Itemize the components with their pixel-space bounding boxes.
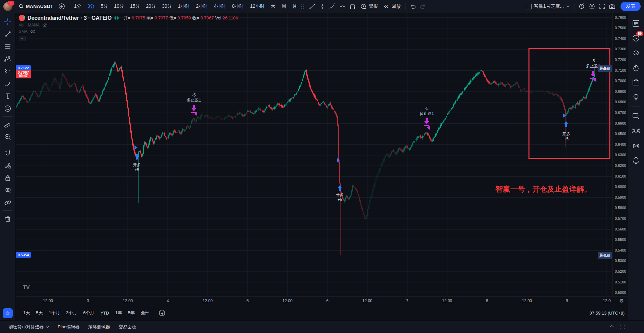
measure-tool[interactable] (2, 119, 13, 130)
price-axis[interactable]: 0.76000.75000.74000.73000.72000.71000.70… (612, 13, 628, 296)
indicator-volume-row[interactable]: Vol · MANA (19, 23, 238, 27)
quick-search-icon (579, 3, 585, 10)
emoji-tool[interactable] (2, 103, 13, 114)
range-3个月[interactable]: 3个月 (63, 309, 80, 317)
compare-add-button[interactable] (57, 1, 67, 11)
interval-1小时[interactable]: 1小时 (175, 1, 193, 11)
panel-expand-icon[interactable] (610, 325, 614, 327)
drag-handle-icon[interactable] (301, 4, 305, 9)
range-1年[interactable]: 1年 (112, 309, 125, 317)
horizontal-line-tool-button[interactable] (337, 1, 347, 11)
range-全部[interactable]: 全部 (138, 309, 153, 317)
tab-Pine编辑器[interactable]: Pine编辑器 (58, 324, 79, 330)
chat-button[interactable] (630, 110, 642, 122)
arrow-tool-button[interactable] (307, 1, 317, 11)
interval-天[interactable]: 天 (268, 1, 278, 11)
eye-hidden-icon[interactable] (30, 29, 36, 34)
vertical-line-tool-button[interactable] (317, 1, 327, 11)
redo-button[interactable] (418, 1, 428, 11)
price-chart[interactable]: 开多+5-5多止盈1开多+5-5多止盈1开多+5-5多止盈1智赢一号，开仓及止盈… (15, 13, 628, 296)
alerts-button[interactable]: 59 (630, 32, 642, 44)
clock-timezone[interactable]: 07:59:13 (UTC+8) (590, 311, 625, 316)
pattern-tool[interactable] (2, 53, 13, 65)
take-profit-marker: -5多止盈1 (187, 93, 201, 116)
drawing-lock-tool[interactable] (2, 160, 13, 171)
ideas-button[interactable] (630, 91, 642, 103)
axis-settings-gear-icon[interactable]: ⚙ (620, 298, 624, 304)
fib-retracement-tool[interactable] (2, 41, 13, 52)
interval-12小时[interactable]: 12小时 (247, 1, 268, 11)
interval-5分[interactable]: 5分 (98, 1, 111, 11)
interval-10分[interactable]: 10分 (111, 1, 127, 11)
range-1个月[interactable]: 1个月 (46, 309, 63, 317)
hotlist-button[interactable] (630, 62, 642, 74)
text-tool[interactable] (2, 90, 13, 102)
time-tick: 12:00 (203, 298, 213, 303)
magnet-tool[interactable] (2, 147, 13, 159)
alert-button[interactable]: 警报 (358, 1, 381, 11)
tab-交易面板[interactable]: 交易面板 (119, 324, 136, 330)
eye-hidden-icon[interactable] (42, 23, 48, 27)
replay-button[interactable]: 回放 (381, 1, 404, 11)
layers-icon (632, 49, 640, 57)
crosshair-tool[interactable] (2, 16, 13, 27)
video-stream-button[interactable] (630, 140, 642, 152)
ideas-stream-button[interactable] (630, 125, 642, 137)
zoom-in-tool[interactable] (2, 131, 13, 143)
goto-date-button[interactable] (157, 308, 167, 318)
avatar-notification-badge: 1 (7, 1, 14, 6)
interval-月[interactable]: 月 (289, 1, 300, 11)
rectangle-tool-button[interactable] (347, 1, 358, 11)
range-YTD[interactable]: YTD (97, 309, 112, 317)
interval-周[interactable]: 周 (278, 1, 289, 11)
remove-drawings-tool[interactable] (2, 213, 13, 224)
interval-2小时[interactable]: 2小时 (193, 1, 211, 11)
forecast-tool[interactable] (2, 66, 13, 77)
calendar-button[interactable] (630, 76, 642, 88)
notifications-button[interactable] (630, 154, 642, 166)
interval-20分[interactable]: 20分 (143, 1, 159, 11)
publish-button[interactable]: 发表 (621, 2, 641, 11)
fullscreen-button[interactable] (597, 1, 607, 11)
panel-fullscreen-icon[interactable] (620, 325, 625, 329)
interval-30分[interactable]: 30分 (159, 1, 175, 11)
object-tree-link-tool[interactable] (2, 197, 13, 208)
interval-3分[interactable]: 3分 (85, 1, 98, 11)
favorites-star-button[interactable]: ☆ (3, 308, 13, 318)
search-icon (18, 4, 24, 9)
interval-8小时[interactable]: 8小时 (229, 1, 247, 11)
tradingview-watermark[interactable]: TV (23, 284, 30, 291)
range-6个月[interactable]: 6个月 (80, 309, 97, 317)
hide-all-tool[interactable] (2, 185, 13, 196)
range-1天[interactable]: 1天 (20, 309, 33, 317)
range-5天[interactable]: 5天 (33, 309, 46, 317)
snapshot-button[interactable] (607, 1, 617, 11)
interval-4小时[interactable]: 4小时 (211, 1, 229, 11)
symbol-search[interactable]: MANAUSDT (15, 0, 57, 13)
brush-tool[interactable] (2, 78, 13, 89)
indicator-sma-row[interactable]: SMA (19, 29, 238, 34)
volume-value: 26.118K (223, 15, 238, 20)
layers-button[interactable] (630, 47, 642, 59)
settings-button[interactable] (587, 1, 597, 11)
time-axis[interactable]: ⚙ 12:00312:00412:00512:00612:00712:00812… (15, 296, 628, 306)
emoji-icon (4, 105, 12, 113)
undo-button[interactable] (408, 1, 418, 11)
user-avatar[interactable]: 1 (3, 2, 12, 11)
legend-collapse-button[interactable] (19, 36, 25, 41)
watchlist-button[interactable] (630, 17, 642, 29)
trend-line-tool-button[interactable] (327, 1, 337, 11)
tab-加密货币对筛选器[interactable]: 加密货币对筛选器 (9, 324, 49, 330)
interval-15分[interactable]: 15分 (127, 1, 143, 11)
layout-selector[interactable]: 智赢1号芝麻... (523, 3, 573, 9)
tab-策略测试器[interactable]: 策略测试器 (88, 324, 110, 330)
chart-area[interactable]: 开多+5-5多止盈1开多+5-5多止盈1开多+5-5多止盈1智赢一号，开仓及止盈… (15, 13, 628, 296)
interval-1分[interactable]: 1分 (71, 1, 85, 11)
trend-line-tool[interactable] (2, 28, 13, 40)
range-5年[interactable]: 5年 (125, 309, 138, 317)
lock-all-tool[interactable] (2, 172, 13, 184)
vertical-line-tool-icon (319, 3, 326, 10)
quick-search-button[interactable] (577, 1, 587, 11)
symbol-title[interactable]: Decentraland/Tether · 3 · GATEIO (28, 15, 112, 21)
watchlist-icon (632, 19, 640, 28)
